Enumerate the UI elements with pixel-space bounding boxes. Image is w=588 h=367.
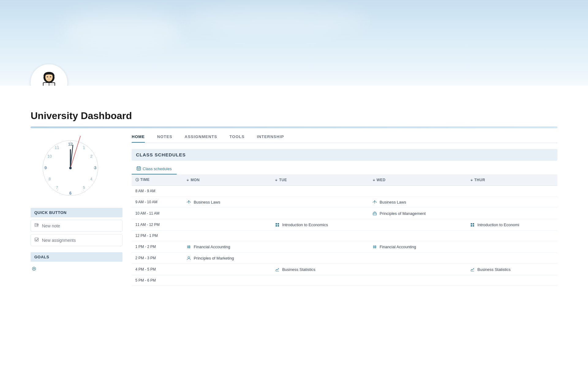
mon-cell <box>183 186 271 197</box>
thur-cell <box>466 186 557 197</box>
col-time: TIME <box>132 174 183 186</box>
svg-line-62 <box>137 180 138 181</box>
avatar-wrapper <box>31 64 67 86</box>
time-cell: 8 AM - 9 AM <box>132 186 183 197</box>
course-label: Introduction to Economics <box>282 223 328 227</box>
svg-rect-7 <box>49 83 55 86</box>
tab-internship[interactable]: INTERNSHIP <box>257 134 284 143</box>
new-assignments-button[interactable]: New assignments <box>31 234 123 246</box>
mon-cell <box>183 208 271 219</box>
svg-rect-78 <box>473 225 474 227</box>
course-cell: Principles of Management <box>372 211 463 216</box>
svg-rect-72 <box>277 223 279 225</box>
time-cell: 9 AM - 10 AM <box>132 197 183 208</box>
svg-point-87 <box>188 257 190 258</box>
thur-cell <box>466 208 557 219</box>
class-schedules-tab[interactable]: Class schedules <box>132 164 177 174</box>
thur-cell <box>466 241 557 253</box>
mon-cell <box>183 219 271 230</box>
wed-cell <box>369 275 466 286</box>
wed-cell: Financial Accounting <box>369 241 466 253</box>
svg-rect-71 <box>276 223 277 225</box>
table-row: 8 AM - 9 AM <box>132 186 557 197</box>
svg-text:5: 5 <box>83 185 85 190</box>
mon-cell: Financial Accounting <box>183 241 271 253</box>
col-mon: MON <box>183 174 271 186</box>
arrow-down-icon-wed <box>372 178 375 182</box>
calendar-icon <box>137 166 141 171</box>
wed-cell: Principles of Management <box>369 208 466 219</box>
tab-assignments[interactable]: ASSIGNMENTS <box>185 134 217 143</box>
clock: 12 3 6 9 1 2 4 5 7 8 10 11 <box>35 136 106 200</box>
new-assignments-label: New assignments <box>42 238 76 243</box>
hero-banner <box>0 0 588 86</box>
wed-cell <box>369 253 466 264</box>
mon-cell <box>183 275 271 286</box>
table-row: 11 AM - 12 PMIntroduction to EconomicsIn… <box>132 219 557 230</box>
quick-button-header: QUICK BUTTON <box>31 208 123 217</box>
course-label: Principles of Management <box>380 211 426 216</box>
svg-text:9: 9 <box>44 165 47 170</box>
main-layout: 12 3 6 9 1 2 4 5 7 8 10 11 <box>0 128 588 292</box>
hash-icon <box>186 244 191 249</box>
class-schedules-banner: CLASS SCHEDULES <box>132 149 557 161</box>
tab-home[interactable]: HOME <box>132 134 145 143</box>
mon-cell <box>183 230 271 241</box>
svg-text:10: 10 <box>47 154 52 159</box>
svg-rect-74 <box>277 225 279 227</box>
clock-container: 12 3 6 9 1 2 4 5 7 8 10 11 <box>31 134 110 202</box>
thur-cell: Business Statistics <box>466 264 557 275</box>
svg-rect-73 <box>276 225 277 227</box>
table-row: 5 PM - 6 PM <box>132 275 557 286</box>
tue-cell <box>271 253 368 264</box>
avatar-icon <box>35 69 63 86</box>
arrow-down-icon-tue <box>275 178 278 182</box>
tue-cell <box>271 197 368 208</box>
grid-icon <box>470 222 475 227</box>
page-content: University Dashboard <box>0 86 588 367</box>
course-cell: Business Laws <box>372 200 463 204</box>
check-icon <box>35 238 39 243</box>
svg-point-52 <box>33 268 35 269</box>
course-label: Financial Accounting <box>380 245 416 249</box>
tab-notes[interactable]: NOTES <box>157 134 172 143</box>
user-icon <box>186 256 191 260</box>
hash-icon <box>372 244 377 249</box>
tue-cell: Introduction to Economics <box>271 219 368 230</box>
course-label: Business Statistics <box>477 267 511 272</box>
clock-icon <box>135 178 139 182</box>
goals-icon <box>32 267 36 272</box>
svg-point-2 <box>47 77 48 77</box>
wed-cell <box>369 264 466 275</box>
time-cell: 12 PM - 1 PM <box>132 230 183 241</box>
course-label: Business Laws <box>380 200 406 204</box>
balance-icon <box>372 200 377 204</box>
course-cell: Business Laws <box>186 200 267 204</box>
time-cell: 10 AM - 11 AM <box>132 208 183 219</box>
course-label: Principles of Marketing <box>194 256 234 260</box>
avatar <box>31 64 67 86</box>
tue-cell: Business Statistics <box>271 264 368 275</box>
arrow-down-icon-mon <box>186 178 189 182</box>
right-content: HOME NOTES ASSIGNMENTS TOOLS INTERNSHIP … <box>132 134 557 286</box>
svg-rect-57 <box>138 169 138 169</box>
balance-icon <box>186 200 191 204</box>
wed-cell: Business Laws <box>369 197 466 208</box>
svg-text:8: 8 <box>48 177 51 181</box>
new-note-label: New note <box>42 223 60 228</box>
thur-cell <box>466 275 557 286</box>
svg-rect-76 <box>473 223 474 225</box>
tab-tools[interactable]: TOOLS <box>229 134 245 143</box>
svg-rect-77 <box>471 225 472 227</box>
thur-cell <box>466 253 557 264</box>
svg-point-46 <box>69 167 72 169</box>
svg-text:7: 7 <box>56 185 58 190</box>
svg-rect-58 <box>138 169 139 169</box>
briefcase-icon <box>372 211 377 216</box>
tue-cell <box>271 208 368 219</box>
time-cell: 2 PM - 3 PM <box>132 253 183 264</box>
tabs-bar: HOME NOTES ASSIGNMENTS TOOLS INTERNSHIP <box>132 134 557 143</box>
tue-cell <box>271 230 368 241</box>
class-schedules-title: CLASS SCHEDULES <box>136 152 186 157</box>
new-note-button[interactable]: New note <box>31 220 123 232</box>
